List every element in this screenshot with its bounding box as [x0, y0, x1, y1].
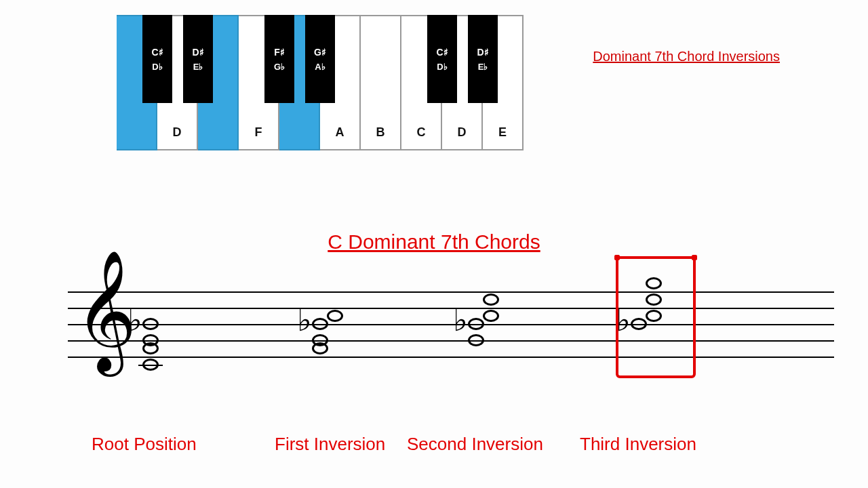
- flat-accidental-icon: ♭: [297, 305, 312, 336]
- notehead: [312, 334, 328, 346]
- white-key-G: [279, 15, 320, 150]
- notehead: [483, 293, 499, 306]
- white-key-D: D: [157, 15, 198, 150]
- music-staff: 𝄞 ♭ ♭ ♭ ♭: [68, 291, 834, 357]
- white-key-D2: D: [442, 15, 483, 150]
- label-third-inversion: Third Inversion: [580, 434, 696, 455]
- white-key-C2: C: [401, 15, 442, 150]
- label-second-inversion: Second Inversion: [407, 434, 543, 455]
- notehead: [483, 310, 499, 322]
- white-key-C: [117, 15, 157, 150]
- notehead: [327, 310, 343, 322]
- white-key-E: [198, 15, 239, 150]
- chord-first-inversion: ♭: [312, 291, 359, 357]
- white-key-E2: E: [483, 15, 524, 150]
- notehead: [312, 318, 328, 330]
- staff-line: [68, 357, 834, 358]
- chord-root-position: ♭: [142, 291, 190, 357]
- label-first-inversion: First Inversion: [275, 434, 385, 455]
- notehead: [468, 334, 484, 346]
- label-root-position: Root Position: [92, 434, 197, 455]
- white-key-A: A: [320, 15, 361, 150]
- page-subtitle-link[interactable]: Dominant 7th Chord Inversions: [593, 49, 780, 64]
- notehead: [142, 334, 159, 346]
- notehead: [142, 318, 159, 330]
- white-key-B: B: [361, 15, 401, 150]
- chord-second-inversion: ♭: [468, 291, 515, 357]
- flat-accidental-icon: ♭: [453, 305, 468, 336]
- white-key-F: F: [239, 15, 279, 150]
- notehead: [142, 359, 159, 371]
- flat-accidental-icon: ♭: [127, 305, 142, 336]
- active-inversion-highlight: [616, 256, 696, 378]
- staff-title: C Dominant 7th Chords: [0, 230, 868, 253]
- notehead: [468, 318, 484, 330]
- piano-keyboard: D F A B C D E: [117, 15, 524, 157]
